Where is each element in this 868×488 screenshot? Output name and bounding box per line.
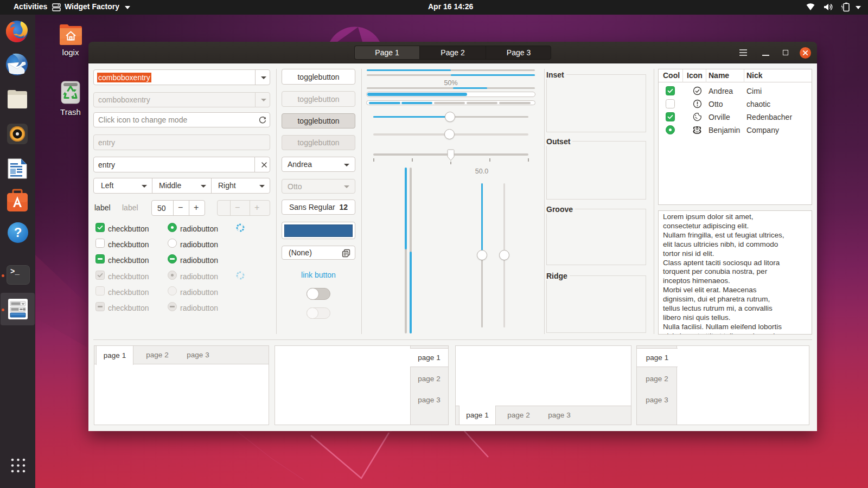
svg-text:>_: >_ xyxy=(10,267,20,276)
svg-text:?: ? xyxy=(14,225,22,240)
